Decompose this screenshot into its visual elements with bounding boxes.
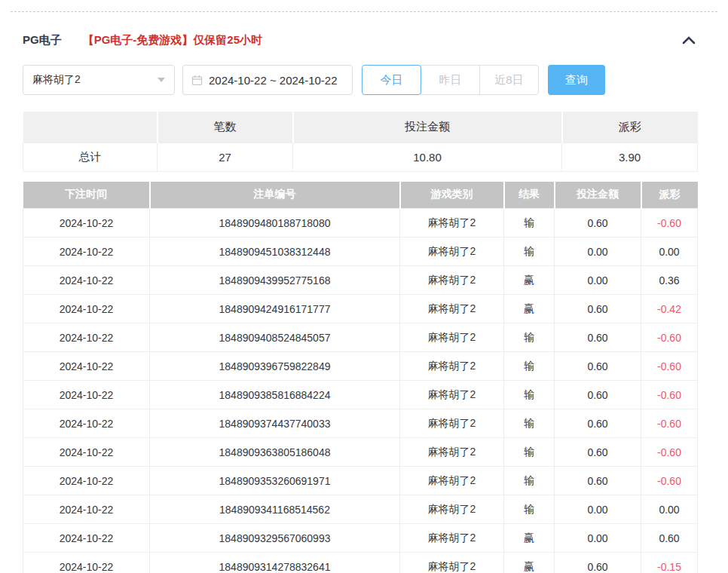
caret-down-icon xyxy=(158,78,165,82)
bet-time-cell: 2024-10-22 xyxy=(23,209,150,237)
summary-total-label: 总计 xyxy=(23,142,158,171)
result-cell: 输 xyxy=(504,323,555,352)
yesterday-button[interactable]: 昨日 xyxy=(421,65,480,95)
bet-id-cell: 1848909439952775168 xyxy=(150,266,400,295)
chevron-up-icon xyxy=(682,35,696,44)
payout-cell: -0.60 xyxy=(641,438,698,467)
summary-header-count: 笔数 xyxy=(158,112,293,142)
bet-id-cell: 1848909341168514562 xyxy=(150,495,400,524)
bet-amount-cell: 0.60 xyxy=(555,209,641,237)
game-select[interactable]: 麻将胡了2 xyxy=(23,65,175,95)
table-row: 2024-10-221848909374437740033麻将胡了2输0.60-… xyxy=(23,409,698,438)
game-type-cell: 麻将胡了2 xyxy=(400,323,504,352)
bet-time-cell: 2024-10-22 xyxy=(23,295,150,323)
panel-notice: 【PG电子-免费游戏】仅保留25小时 xyxy=(83,33,262,47)
payout-cell: 0.36 xyxy=(641,266,698,295)
result-cell: 输 xyxy=(504,409,555,438)
game-type-cell: 麻将胡了2 xyxy=(400,495,504,524)
summary-header-empty xyxy=(23,112,158,142)
bet-time-cell: 2024-10-22 xyxy=(23,237,150,266)
top-dashed-divider xyxy=(11,11,717,12)
bet-id-cell: 1848909451038312448 xyxy=(150,237,400,266)
table-row: 2024-10-221848909329567060993麻将胡了2赢0.000… xyxy=(23,524,698,553)
bet-amount-cell: 0.00 xyxy=(555,237,641,266)
game-type-cell: 麻将胡了2 xyxy=(400,266,504,295)
last-8-days-button[interactable]: 近8日 xyxy=(479,65,539,95)
game-type-cell: 麻将胡了2 xyxy=(400,237,504,266)
table-row: 2024-10-221848909353260691971麻将胡了2输0.60-… xyxy=(23,467,698,495)
payout-cell: -0.60 xyxy=(641,209,698,237)
game-type-cell: 麻将胡了2 xyxy=(400,409,504,438)
bet-id-cell: 1848909424916171777 xyxy=(150,295,400,323)
bet-id-cell: 1848909329567060993 xyxy=(150,524,400,553)
bet-amount-cell: 0.00 xyxy=(555,524,641,553)
bet-time-cell: 2024-10-22 xyxy=(23,524,150,553)
bet-amount-cell: 0.60 xyxy=(555,409,641,438)
table-row: 2024-10-221848909451038312448麻将胡了2输0.000… xyxy=(23,237,698,266)
bet-table-body: 2024-10-221848909480188718080麻将胡了2输0.60-… xyxy=(23,209,698,573)
date-range-input[interactable]: 2024-10-22 ~ 2024-10-22 xyxy=(182,65,353,95)
summary-header-payout: 派彩 xyxy=(562,112,698,142)
summary-total-bet-amount: 10.80 xyxy=(293,142,562,171)
bet-amount-cell: 0.60 xyxy=(555,467,641,495)
result-cell: 输 xyxy=(504,495,555,524)
header-result: 结果 xyxy=(504,182,555,209)
bet-amount-cell: 0.00 xyxy=(555,495,641,524)
table-row: 2024-10-221848909408524845057麻将胡了2输0.60-… xyxy=(23,323,698,352)
header-game-type: 游戏类别 xyxy=(400,182,504,209)
result-cell: 输 xyxy=(504,352,555,381)
game-type-cell: 麻将胡了2 xyxy=(400,524,504,553)
bet-amount-cell: 0.60 xyxy=(555,553,641,573)
date-range-value: 2024-10-22 ~ 2024-10-22 xyxy=(209,74,338,87)
bet-id-cell: 1848909363805186048 xyxy=(150,438,400,467)
table-row: 2024-10-221848909314278832641麻将胡了2赢0.60-… xyxy=(23,553,698,573)
result-cell: 输 xyxy=(504,237,555,266)
bet-records-table: 下注时间 注单编号 游戏类别 结果 投注金额 派彩 2024-10-221848… xyxy=(23,182,698,573)
bet-id-cell: 1848909353260691971 xyxy=(150,467,400,495)
panel-title: PG电子 xyxy=(23,33,62,47)
bet-time-cell: 2024-10-22 xyxy=(23,409,150,438)
summary-header-bet-amount: 投注金额 xyxy=(293,112,562,142)
result-cell: 输 xyxy=(504,209,555,237)
collapse-button[interactable] xyxy=(681,32,697,48)
result-cell: 输 xyxy=(504,438,555,467)
today-button[interactable]: 今日 xyxy=(362,65,421,95)
bet-id-cell: 1848909396759822849 xyxy=(150,352,400,381)
game-type-cell: 麻将胡了2 xyxy=(400,467,504,495)
table-row: 2024-10-221848909424916171777麻将胡了2赢0.60-… xyxy=(23,295,698,323)
bet-amount-cell: 0.60 xyxy=(555,295,641,323)
payout-cell: -0.60 xyxy=(641,467,698,495)
payout-cell: -0.15 xyxy=(641,553,698,573)
result-cell: 输 xyxy=(504,381,555,409)
bet-time-cell: 2024-10-22 xyxy=(23,467,150,495)
query-button[interactable]: 查询 xyxy=(548,65,605,95)
header-bet-time: 下注时间 xyxy=(23,182,150,209)
payout-cell: 0.00 xyxy=(641,495,698,524)
result-cell: 赢 xyxy=(504,524,555,553)
payout-cell: -0.60 xyxy=(641,381,698,409)
header-payout: 派彩 xyxy=(641,182,698,209)
game-type-cell: 麻将胡了2 xyxy=(400,438,504,467)
quick-date-button-group: 今日 昨日 近8日 xyxy=(362,65,539,95)
summary-total-count: 27 xyxy=(158,142,293,171)
game-type-cell: 麻将胡了2 xyxy=(400,295,504,323)
table-row: 2024-10-221848909341168514562麻将胡了2输0.000… xyxy=(23,495,698,524)
payout-cell: -0.60 xyxy=(641,323,698,352)
summary-total-payout: 3.90 xyxy=(562,142,698,171)
bet-time-cell: 2024-10-22 xyxy=(23,495,150,524)
payout-cell: -0.42 xyxy=(641,295,698,323)
bet-amount-cell: 0.60 xyxy=(555,352,641,381)
result-cell: 赢 xyxy=(504,295,555,323)
bet-amount-cell: 0.60 xyxy=(555,323,641,352)
bet-amount-cell: 0.60 xyxy=(555,381,641,409)
payout-cell: 0.00 xyxy=(641,237,698,266)
table-row: 2024-10-221848909363805186048麻将胡了2输0.60-… xyxy=(23,438,698,467)
result-cell: 赢 xyxy=(504,553,555,573)
game-type-cell: 麻将胡了2 xyxy=(400,209,504,237)
result-cell: 赢 xyxy=(504,266,555,295)
header-bet-amount: 投注金额 xyxy=(555,182,641,209)
result-cell: 输 xyxy=(504,467,555,495)
game-select-value: 麻将胡了2 xyxy=(32,73,81,87)
filter-row: 麻将胡了2 2024-10-22 ~ 2024-10-22 今日 昨日 近8日 … xyxy=(23,65,705,95)
table-row: 2024-10-221848909396759822849麻将胡了2输0.60-… xyxy=(23,352,698,381)
